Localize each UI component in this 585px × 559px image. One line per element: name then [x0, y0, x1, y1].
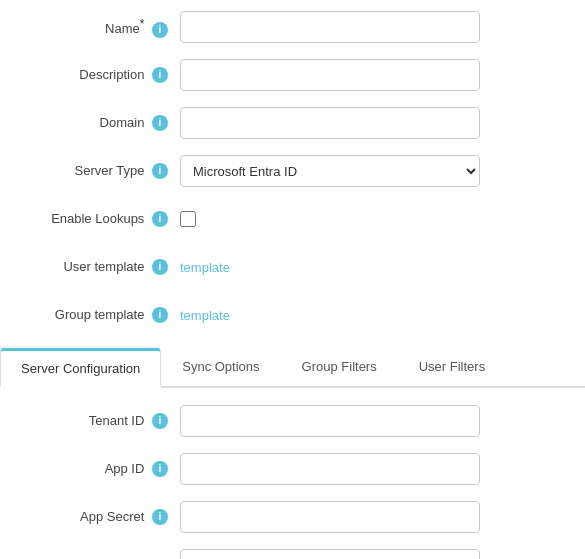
tenant-id-label: Tenant ID i — [20, 412, 180, 430]
main-form: Name* i Description i Domain i Server Ty… — [0, 0, 585, 332]
domain-row: Domain i — [20, 106, 565, 140]
app-id-input[interactable] — [180, 453, 480, 485]
server-type-info-icon[interactable]: i — [152, 163, 168, 179]
enable-lookups-row: Enable Lookups i — [20, 202, 565, 236]
tab-server-configuration[interactable]: Server Configuration — [0, 348, 161, 388]
description-label: Description i — [20, 66, 180, 84]
tab-sync-options[interactable]: Sync Options — [161, 348, 280, 388]
user-template-row: User template i template — [20, 250, 565, 284]
app-id-info-icon[interactable]: i — [152, 461, 168, 477]
tabs-bar: Server Configuration Sync Options Group … — [0, 348, 585, 388]
app-id-row: App ID i — [20, 452, 565, 486]
description-input[interactable] — [180, 59, 480, 91]
domain-label: Domain i — [20, 114, 180, 132]
group-template-info-icon[interactable]: i — [152, 307, 168, 323]
app-secret-info-icon[interactable]: i — [152, 509, 168, 525]
server-type-select[interactable]: Microsoft Entra ID LDAP Active Directory — [180, 155, 480, 187]
enable-lookups-info-icon[interactable]: i — [152, 211, 168, 227]
app-secret-verify-input[interactable] — [180, 549, 480, 559]
server-type-row: Server Type i Microsoft Entra ID LDAP Ac… — [20, 154, 565, 188]
name-label: Name* i — [20, 16, 180, 39]
tab-user-filters[interactable]: User Filters — [398, 348, 506, 388]
group-template-link[interactable]: template — [180, 308, 230, 323]
description-row: Description i — [20, 58, 565, 92]
app-secret-verify-row: App Secret Verify — [20, 548, 565, 559]
user-template-link[interactable]: template — [180, 260, 230, 275]
domain-input[interactable] — [180, 107, 480, 139]
group-template-label: Group template i — [20, 306, 180, 324]
app-id-label: App ID i — [20, 460, 180, 478]
user-template-info-icon[interactable]: i — [152, 259, 168, 275]
tenant-id-input[interactable] — [180, 405, 480, 437]
description-info-icon[interactable]: i — [152, 67, 168, 83]
app-secret-row: App Secret i — [20, 500, 565, 534]
tab-group-filters[interactable]: Group Filters — [281, 348, 398, 388]
tenant-id-info-icon[interactable]: i — [152, 413, 168, 429]
server-configuration-content: Tenant ID i App ID i App Secret i App Se… — [0, 388, 585, 559]
name-info-icon[interactable]: i — [152, 22, 168, 38]
app-secret-input[interactable] — [180, 501, 480, 533]
user-template-label: User template i — [20, 258, 180, 276]
app-secret-label: App Secret i — [20, 508, 180, 526]
group-template-row: Group template i template — [20, 298, 565, 332]
name-input[interactable] — [180, 11, 480, 43]
enable-lookups-label: Enable Lookups i — [20, 210, 180, 228]
enable-lookups-checkbox[interactable] — [180, 211, 196, 227]
name-row: Name* i — [20, 10, 565, 44]
tenant-id-row: Tenant ID i — [20, 404, 565, 438]
server-type-label: Server Type i — [20, 162, 180, 180]
domain-info-icon[interactable]: i — [152, 115, 168, 131]
